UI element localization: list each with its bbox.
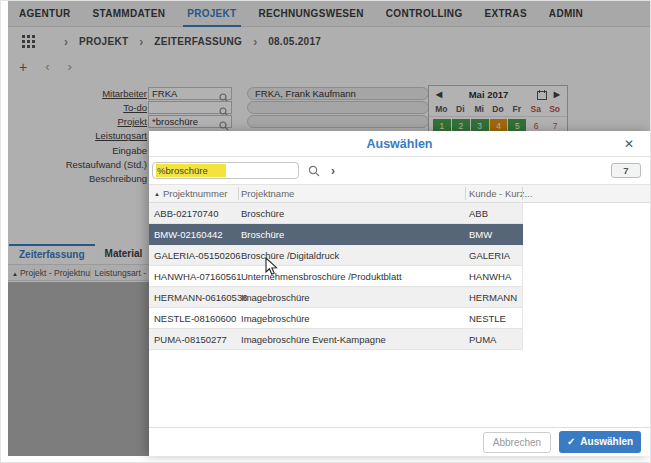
cell-projektnummer: NESTLE-08160600 <box>154 308 236 329</box>
cell-kunde: HANWHA <box>469 266 511 287</box>
cell-projektnummer: PUMA-08150277 <box>154 329 227 350</box>
cell-projektnummer: ABB-02170740 <box>154 203 218 224</box>
cell-projektname: Broschüre <box>241 224 284 245</box>
cell-projektname: Broschüre <box>241 203 284 224</box>
dialog-search-row: %broschüre › 7 <box>149 157 650 185</box>
cell-kunde: NESTLE <box>469 308 506 329</box>
result-table-header: ▲Projektnummer Projektname Kunde - Kurz.… <box>149 185 650 203</box>
table-row[interactable]: PUMA-08150277 Imagebroschüre Event-Kampa… <box>149 329 523 350</box>
result-table-body: ABB-02170740 Broschüre ABB BMW-02160442 … <box>149 203 650 350</box>
cell-projektnummer: GALERIA-05150206 <box>154 245 241 266</box>
cell-kunde: PUMA <box>469 329 496 350</box>
cell-kunde: HERMANN <box>469 287 517 308</box>
table-row[interactable]: HANWHA-07160561 Unternehmensbroschüre /P… <box>149 266 523 287</box>
column-divider <box>465 187 466 200</box>
search-text-highlight: %broschüre <box>156 164 226 177</box>
confirm-button[interactable]: ✓Auswählen <box>559 431 641 453</box>
sort-asc-icon: ▲ <box>154 191 160 197</box>
cell-projektname: Unternehmensbroschüre /Produktblatt <box>241 266 402 287</box>
cell-projektname: Imagebroschüre <box>241 287 310 308</box>
dialog-title: Auswählen <box>367 137 433 151</box>
search-next-icon[interactable]: › <box>331 164 335 178</box>
check-icon: ✓ <box>567 436 575 447</box>
cell-projektnummer: HANWHA-07160561 <box>154 266 242 287</box>
table-row[interactable]: BMW-02160442 Broschüre BMW <box>149 224 523 245</box>
cell-projektname: Imagebroschüre <box>241 308 310 329</box>
cell-kunde: GALERIA <box>469 245 510 266</box>
column-divider <box>522 187 523 200</box>
cell-kunde: BMW <box>469 224 492 245</box>
table-row[interactable]: NESTLE-08160600 Imagebroschüre NESTLE <box>149 308 523 329</box>
table-row[interactable]: ABB-02170740 Broschüre ABB <box>149 203 523 224</box>
column-divider <box>238 187 239 200</box>
search-input[interactable]: %broschüre <box>152 162 299 179</box>
cell-kunde: ABB <box>469 203 488 224</box>
close-icon[interactable]: ✕ <box>624 131 634 157</box>
app-screenshot: AGENTUR STAMMDATEN PROJEKT RECHNUNGSWESE… <box>0 0 651 463</box>
select-project-dialog: Auswählen ✕ %broschüre › 7 ▲Projektnumme… <box>149 131 650 456</box>
table-row[interactable]: GALERIA-05150206 Broschüre /Digitaldruck… <box>149 245 523 266</box>
column-header-projektname[interactable]: Projektname <box>241 185 294 203</box>
cell-projektname: Imagebroschüre Event-Kampagne <box>241 329 386 350</box>
table-row[interactable]: HERMANN-06160536 Imagebroschüre HERMANN <box>149 287 523 308</box>
cancel-button[interactable]: Abbrechen <box>483 432 551 453</box>
column-header-projektnummer[interactable]: ▲Projektnummer <box>154 185 227 203</box>
search-icon[interactable] <box>308 165 320 177</box>
cell-projektnummer: HERMANN-06160536 <box>154 287 247 308</box>
dialog-footer: Abbrechen ✓Auswählen <box>149 427 650 456</box>
result-count-badge: 7 <box>611 163 641 178</box>
cell-projektnummer: BMW-02160442 <box>154 224 222 245</box>
dialog-titlebar: Auswählen ✕ <box>149 131 650 157</box>
cell-projektname: Broschüre /Digitaldruck <box>241 245 339 266</box>
